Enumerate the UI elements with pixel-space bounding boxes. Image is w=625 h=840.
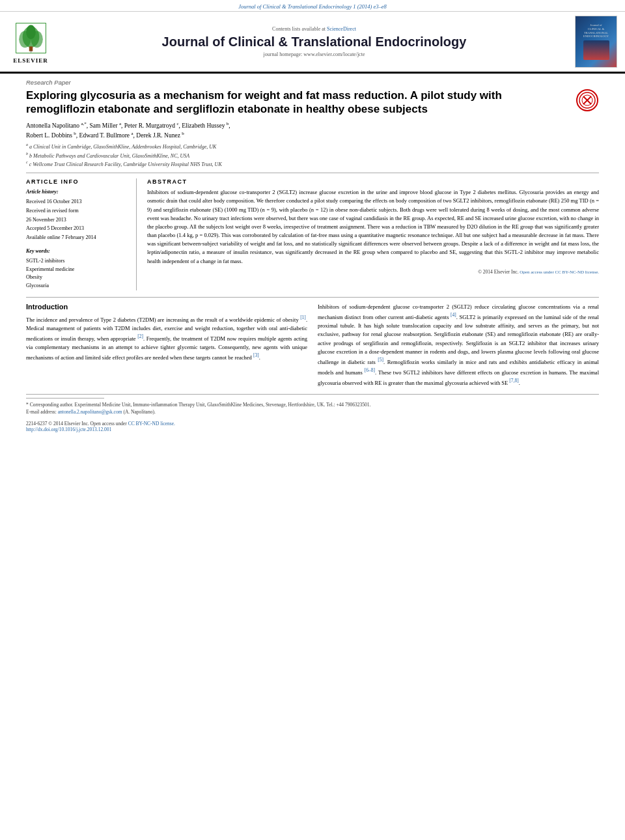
svg-point-5 — [26, 25, 36, 39]
elsevier-tree-icon: ⚕ — [13, 20, 49, 56]
article-type-label: Research Paper — [26, 79, 599, 86]
introduction-left-text: The incidence and prevalence of Type 2 d… — [26, 314, 307, 362]
introduction-right-column: Inhibitors of sodium-dependent glucose c… — [318, 303, 599, 387]
footnote-divider — [26, 398, 104, 399]
history-label: Article history: — [26, 188, 130, 197]
journal-cover-image: Journal ofCLINICAL &TRANSLATIONALENDOCRI… — [575, 16, 617, 68]
article-info-column: ARTICLE INFO Article history: Received 1… — [26, 178, 137, 290]
introduction-right-text: Inhibitors of sodium-dependent glucose c… — [318, 303, 599, 387]
crossmark-icon — [578, 91, 596, 109]
crossmark-badge — [576, 89, 599, 112]
article-history: Article history: Received 16 October 201… — [26, 188, 130, 242]
doi-link[interactable]: http://dx.doi.org/10.1016/j.jcte.2013.12… — [26, 427, 111, 432]
abstract-column: ABSTRACT Inhibitors of sodium-dependent … — [147, 178, 599, 290]
email-note: E-mail address: antonella.2.napolitano@g… — [26, 408, 599, 415]
elsevier-logo: ⚕ ELSEVIER — [8, 20, 53, 64]
content-area: Research Paper Exploring glycosuria as a… — [0, 74, 625, 439]
article-title: Exploring glycosuria as a mechanism for … — [26, 89, 569, 117]
introduction-heading: Introduction — [26, 303, 307, 311]
bottom-journal-info: 2214-6237 © 2014 Elsevier Inc. Open acce… — [26, 421, 599, 432]
journal-center-header: Contents lists available at ScienceDirec… — [60, 26, 568, 57]
issn-text: 2214-6237 © 2014 Elsevier Inc. Open acce… — [26, 421, 128, 427]
svg-text:⚕: ⚕ — [30, 49, 32, 53]
article-info-abstract-section: ARTICLE INFO Article history: Received 1… — [26, 173, 599, 290]
received-date: Received 16 October 2013 — [26, 198, 130, 206]
email-label: E-mail address: — [26, 409, 57, 415]
journal-homepage: journal homepage: www.elsevier.com/locat… — [60, 51, 568, 57]
sciencedirect-line: Contents lists available at ScienceDirec… — [60, 26, 568, 32]
affiliations: a a Clinical Unit in Cambridge, GlaxoSmi… — [26, 142, 599, 169]
journal-title: Journal of Clinical & Translational Endo… — [60, 34, 568, 49]
authors-line: Antonella Napolitano a,*, Sam Miller a, … — [26, 120, 599, 141]
keywords-label: Key words: — [26, 247, 130, 256]
top-bar: Journal of Clinical & Translational Endo… — [0, 0, 625, 12]
journal-header: ⚕ ELSEVIER Contents lists available at S… — [0, 12, 625, 74]
journal-ref-text: Journal of Clinical & Translational Endo… — [238, 3, 387, 10]
article-info-heading: ARTICLE INFO — [26, 178, 130, 185]
article-title-section: Exploring glycosuria as a mechanism for … — [26, 89, 599, 117]
abstract-heading: ABSTRACT — [147, 178, 599, 185]
accepted-date: Accepted 5 December 2013 — [26, 225, 130, 233]
elsevier-wordmark: ELSEVIER — [13, 57, 48, 64]
corresponding-author-note: * Corresponding author. Experimental Med… — [26, 401, 599, 408]
footnotes-area: * Corresponding author. Experimental Med… — [26, 394, 599, 416]
copyright-line: © 2014 Elsevier Inc. Open access under C… — [147, 269, 599, 275]
received-revised-date: 26 November 2013 — [26, 216, 130, 225]
keywords-section: Key words: SGTL-2 inhibitors Experimenta… — [26, 247, 130, 290]
keywords-list: SGTL-2 inhibitors Experimental medicine … — [26, 257, 130, 290]
introduction-section: Introduction The incidence and prevalenc… — [26, 297, 599, 387]
available-date: Available online 7 February 2014 — [26, 234, 130, 242]
introduction-left-column: Introduction The incidence and prevalenc… — [26, 303, 307, 387]
received-revised-label: Received in revised form — [26, 207, 130, 216]
issn-info: 2214-6237 © 2014 Elsevier Inc. Open acce… — [26, 421, 175, 432]
email-address: antonella.2.napolitano@gsk.com — [58, 409, 124, 415]
abstract-text: Inhibitors of sodium-dependent glucose c… — [147, 188, 599, 266]
